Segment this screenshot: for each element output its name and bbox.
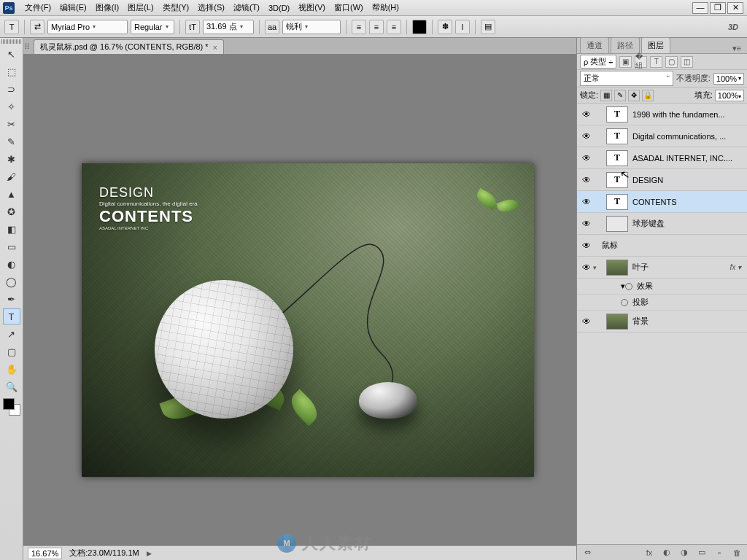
char-panel-button[interactable]: I — [455, 20, 470, 34]
3d-mode-label[interactable]: 3D — [728, 23, 738, 31]
filter-type-combo[interactable]: ρ类型÷ — [580, 55, 616, 69]
status-menu-arrow[interactable]: ▶ — [147, 550, 152, 557]
menu-help[interactable]: 帮助(H) — [368, 2, 403, 13]
eraser-tool[interactable]: ◧ — [3, 221, 20, 237]
filter-pixel-icon[interactable]: ▣ — [619, 56, 632, 68]
twirl-icon[interactable]: ▾ — [593, 264, 602, 271]
document-tab-close[interactable]: × — [213, 43, 217, 52]
canvas-area[interactable]: DESIGN Digital communications, the digit… — [23, 54, 576, 545]
shape-tool[interactable]: ▢ — [3, 343, 20, 359]
hand-tool[interactable]: ✋ — [3, 361, 20, 377]
new-layer-icon[interactable]: ▫ — [712, 547, 727, 559]
blend-mode-combo[interactable]: 正常÷ — [580, 71, 673, 86]
crop-tool[interactable]: ✂ — [3, 116, 20, 132]
menu-view[interactable]: 视图(V) — [294, 2, 330, 13]
effect-vis-icon[interactable] — [625, 283, 632, 290]
toolbox-grip[interactable] — [1, 39, 22, 44]
lock-trans-icon[interactable]: ▦ — [600, 90, 612, 101]
visibility-icon[interactable]: 👁 — [580, 316, 593, 327]
adjustment-icon[interactable]: ◑ — [677, 547, 692, 559]
menu-image[interactable]: 图像(I) — [91, 2, 123, 13]
layer-row[interactable]: 👁T1998 with the fundamen... — [577, 104, 747, 125]
layer-list[interactable]: 👁T1998 with the fundamen...👁TDigital com… — [577, 104, 747, 544]
link-layers-icon[interactable]: ⇔ — [580, 547, 595, 559]
layer-row[interactable]: 👁背景 — [577, 311, 747, 332]
window-maximize[interactable]: ❐ — [710, 2, 726, 14]
opacity-value[interactable]: 100%▾ — [713, 73, 744, 85]
text-color-swatch[interactable] — [412, 20, 427, 34]
lasso-tool[interactable]: ⊃ — [3, 81, 20, 97]
menu-3d[interactable]: 3D(D) — [264, 4, 294, 12]
trash-icon[interactable]: 🗑 — [729, 547, 744, 559]
visibility-icon[interactable]: 👁 — [580, 175, 593, 185]
layer-row[interactable]: 👁▾叶子fx ▾ — [577, 257, 747, 279]
fx-icon[interactable]: fx — [642, 547, 657, 559]
orientation-toggle[interactable]: ⇄ — [30, 20, 44, 34]
layer-row[interactable]: 👁球形键盘 — [577, 213, 747, 235]
fill-value[interactable]: 100%▾ — [715, 90, 744, 101]
font-style-combo[interactable]: Regular▾ — [131, 20, 174, 34]
layer-effect-row[interactable]: ▾效果 — [577, 279, 747, 295]
history-brush-tool[interactable]: ✪ — [3, 203, 20, 219]
type-tool[interactable]: T — [3, 308, 20, 324]
gradient-tool[interactable]: ▭ — [3, 238, 20, 254]
layer-row[interactable]: 👁鼠标 — [577, 235, 747, 257]
menu-layer[interactable]: 图层(L) — [123, 2, 158, 13]
tab-grip[interactable]: ⠿ — [23, 39, 31, 54]
dodge-tool[interactable]: ◯ — [3, 273, 20, 289]
tab-layers[interactable]: 图层 — [641, 37, 670, 53]
move-tool[interactable]: ↖ — [3, 46, 20, 62]
menu-file[interactable]: 文件(F) — [20, 2, 55, 13]
visibility-icon[interactable]: 👁 — [580, 262, 593, 273]
zoom-tool[interactable]: 🔍 — [3, 378, 20, 394]
marquee-tool[interactable]: ⬚ — [3, 63, 20, 79]
visibility-icon[interactable]: 👁 — [580, 241, 593, 251]
menu-type[interactable]: 类型(Y) — [158, 2, 194, 13]
align-right[interactable]: ≡ — [387, 20, 401, 34]
heal-tool[interactable]: ✱ — [3, 151, 20, 167]
visibility-icon[interactable]: 👁 — [580, 131, 593, 141]
layer-row[interactable]: 👁TDESIGN — [577, 169, 747, 191]
pen-tool[interactable]: ✒ — [3, 291, 20, 307]
lock-position-icon[interactable]: ✥ — [628, 90, 640, 101]
lock-all-icon[interactable]: 🔒 — [642, 90, 654, 101]
tab-paths[interactable]: 路径 — [611, 37, 640, 53]
menu-filter[interactable]: 滤镜(T) — [229, 2, 264, 13]
zoom-level[interactable]: 16.67% — [28, 548, 62, 559]
menu-edit[interactable]: 编辑(E) — [55, 2, 91, 13]
warp-text-button[interactable]: ✽ — [438, 20, 452, 34]
brush-tool[interactable]: 🖌 — [3, 168, 20, 184]
eyedropper-tool[interactable]: ✎ — [3, 133, 20, 149]
menu-window[interactable]: 窗口(W) — [330, 2, 368, 13]
tab-channels[interactable]: 通道 — [580, 37, 609, 53]
paragraph-panel-button[interactable]: ▤ — [481, 20, 495, 34]
wand-tool[interactable]: ✧ — [3, 98, 20, 114]
color-swatches[interactable] — [3, 398, 20, 416]
layer-row[interactable]: 👁TASADAL INTERNET, INC.... — [577, 147, 747, 169]
filter-smart-icon[interactable]: ◫ — [681, 56, 693, 68]
layer-row[interactable]: 👁TCONTENTS — [577, 191, 747, 213]
document-tab[interactable]: 机灵鼠标.psd @ 16.7% (CONTENTS, RGB/8) * × — [34, 39, 224, 54]
visibility-icon[interactable]: 👁 — [580, 153, 593, 163]
visibility-icon[interactable]: 👁 — [580, 197, 593, 207]
align-center[interactable]: ≡ — [369, 20, 384, 34]
visibility-icon[interactable]: 👁 — [580, 109, 593, 120]
font-family-combo[interactable]: Myriad Pro▾ — [47, 20, 128, 34]
path-select-tool[interactable]: ↗ — [3, 326, 20, 342]
align-left[interactable]: ≡ — [352, 20, 366, 34]
blur-tool[interactable]: ◐ — [3, 256, 20, 272]
menu-select[interactable]: 选择(S) — [193, 2, 229, 13]
stamp-tool[interactable]: ▲ — [3, 186, 20, 202]
layer-effect-row[interactable]: 投影 — [577, 295, 747, 311]
window-close[interactable]: ✕ — [727, 2, 743, 14]
effect-vis-icon[interactable] — [621, 299, 628, 306]
group-icon[interactable]: ▭ — [694, 547, 709, 559]
visibility-icon[interactable]: 👁 — [580, 219, 593, 229]
layer-row[interactable]: 👁TDigital communications, ... — [577, 125, 747, 147]
filter-type-icon[interactable]: T — [650, 56, 662, 68]
filter-shape-icon[interactable]: ▢ — [665, 56, 678, 68]
font-size-combo[interactable]: 31.69 点▾ — [203, 20, 254, 34]
panel-menu-icon[interactable]: ▾≡ — [729, 44, 744, 53]
window-minimize[interactable]: — — [692, 2, 708, 14]
tool-preset[interactable]: T — [4, 20, 19, 34]
